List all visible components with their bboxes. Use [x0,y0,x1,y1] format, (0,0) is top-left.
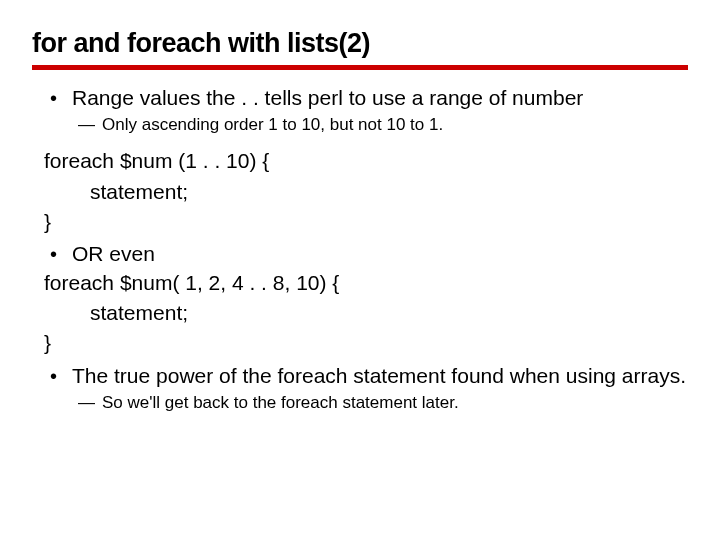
code-line: foreach $num (1 . . 10) { [44,147,688,175]
subbullet-text: Only ascending order 1 to 10, but not 10… [102,114,688,137]
bullet-true-power: • The true power of the foreach statemen… [44,362,688,390]
subbullet-ascending: — Only ascending order 1 to 10, but not … [44,114,688,137]
bullet-range-values: • Range values the . . tells perl to use… [44,84,688,112]
code-line: foreach $num( 1, 2, 4 . . 8, 10) { [44,269,688,297]
subbullet-get-back: — So we'll get back to the foreach state… [44,392,688,415]
emdash-icon: — [78,114,102,137]
code-line: } [44,208,688,236]
bullet-dot-icon: • [44,84,72,112]
slide-title: for and foreach with lists(2) [32,28,688,70]
bullet-text: The true power of the foreach statement … [72,362,688,390]
bullet-dot-icon: • [44,240,72,268]
bullet-or-even: • OR even [44,240,688,268]
bullet-text: Range values the . . tells perl to use a… [72,84,688,112]
code-line: statement; [90,178,688,206]
emdash-icon: — [78,392,102,415]
code-line: } [44,329,688,357]
subbullet-text: So we'll get back to the foreach stateme… [102,392,688,415]
bullet-text: OR even [72,240,688,268]
bullet-dot-icon: • [44,362,72,390]
code-line: statement; [90,299,688,327]
slide-body: • Range values the . . tells perl to use… [32,84,688,415]
